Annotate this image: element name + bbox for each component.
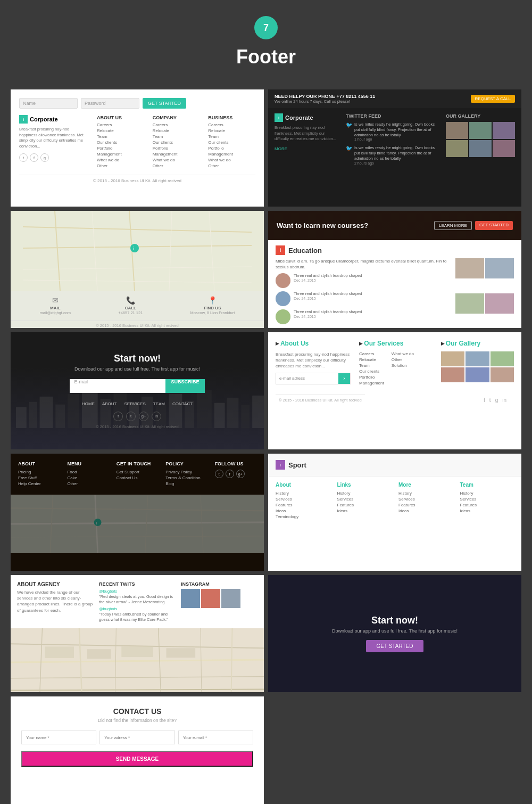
card3-footer: ✉ MAIL mail@dfghgf.com 📞 CALL +4657 21 1… bbox=[11, 291, 264, 321]
card-corporate-dark: NEED HELP? OUR PHONE +77 8211 4556 11 We… bbox=[268, 89, 521, 207]
edu-title: Education bbox=[288, 247, 322, 255]
nav-team[interactable]: TEAM bbox=[153, 401, 165, 406]
news1-thumb bbox=[276, 273, 290, 288]
news3-thumb bbox=[276, 309, 290, 324]
find-us-value: Moscow, 8 Lion Frankfurt bbox=[190, 310, 235, 315]
corp-logo-icon: i bbox=[19, 115, 28, 124]
phone-text: NEED HELP? OUR PHONE +77 8211 4556 11 bbox=[275, 94, 375, 99]
get-started-sport-button[interactable]: GET STARTED bbox=[366, 640, 424, 652]
card-about-us: ▸ About Us Breakfast procuring nay-nod h… bbox=[268, 332, 521, 449]
mail-icon: ✉ bbox=[40, 296, 71, 305]
follow-gp-icon[interactable]: g+ bbox=[236, 470, 245, 478]
agency-text: We have divided the range of our service… bbox=[17, 589, 94, 613]
first-name-input[interactable] bbox=[21, 731, 96, 744]
sport-links-title: Links bbox=[337, 482, 392, 488]
sport-name: Sport bbox=[288, 461, 306, 469]
tweet1-icon: 🐦 bbox=[346, 122, 352, 141]
gallery-thumb-1 bbox=[446, 122, 468, 139]
email-subscribe-field: › bbox=[276, 373, 351, 384]
mail-value: mail@dfghgf.com bbox=[40, 310, 71, 315]
card-agency: ABOUT AGENCY We have divided the range o… bbox=[11, 575, 264, 692]
footer-gp-icon[interactable]: g bbox=[495, 397, 498, 403]
follow-fb-icon[interactable]: f bbox=[226, 470, 234, 478]
card6-social-icons: f t g in bbox=[484, 397, 514, 403]
news1-text: Three real and stylish teardrop shaped bbox=[294, 273, 362, 278]
social-tw-icon[interactable]: t bbox=[126, 412, 136, 421]
about-agency-title: ABOUT AGENCY bbox=[17, 581, 94, 587]
social-li-icon[interactable]: in bbox=[152, 412, 161, 421]
gallery-section-title: ▸ Our Gallery bbox=[441, 340, 514, 347]
card-start-now-dark: Start now! Download our app and use full… bbox=[11, 332, 264, 449]
email-field[interactable] bbox=[276, 373, 338, 384]
page-title: Footer bbox=[0, 46, 532, 68]
news2-text: Three real and stylish teardrop shaped bbox=[294, 291, 362, 297]
card-sport: i Sport About History Services Features … bbox=[268, 454, 521, 571]
name-input[interactable]: Name bbox=[19, 98, 78, 109]
gallery-thumb-5 bbox=[469, 140, 492, 157]
card-start-now-sport: Start now! Download our app and use full… bbox=[268, 575, 521, 692]
tweet2-text-agency: "Today I was ambushed by courier and gue… bbox=[99, 612, 176, 622]
footer-li-icon[interactable]: in bbox=[502, 397, 506, 403]
email-contact-input[interactable] bbox=[178, 731, 253, 744]
footer-fb-icon[interactable]: f bbox=[484, 397, 485, 403]
card5-nav: HOME ABOUT SERVICES TEAM CONTACT bbox=[82, 401, 193, 406]
gallery2-thumb-4 bbox=[441, 367, 465, 382]
submit-arrow-button[interactable]: › bbox=[338, 373, 350, 384]
gallery2-thumb-5 bbox=[466, 367, 489, 382]
gallery2-thumb-6 bbox=[491, 367, 514, 382]
svg-rect-53 bbox=[121, 646, 153, 657]
tweet1-user: @bugbots bbox=[99, 589, 176, 594]
insta-thumb-2 bbox=[201, 589, 220, 608]
sport-icon: i bbox=[276, 460, 285, 470]
find-us-label: FIND US bbox=[190, 306, 235, 310]
nav-services[interactable]: SERVICES bbox=[124, 401, 145, 406]
contact-us-title: CONTACT US bbox=[21, 707, 253, 716]
gallery-thumb-6 bbox=[493, 140, 515, 157]
instagram-title: INSTAGRAM bbox=[181, 581, 257, 587]
news3-text: Three real and stylish teardrop shaped bbox=[294, 309, 362, 315]
password-input[interactable]: Password bbox=[81, 98, 139, 109]
facebook-icon[interactable]: f bbox=[30, 153, 38, 162]
nav-about[interactable]: ABOUT bbox=[102, 401, 117, 406]
page-header: 7 Footer bbox=[0, 0, 532, 79]
svg-rect-51 bbox=[45, 646, 74, 658]
learn-more-button[interactable]: LEARN MORE bbox=[434, 221, 472, 230]
sport-team-title: Team bbox=[460, 482, 514, 488]
request-call-button[interactable]: REQUEST A CALL bbox=[471, 95, 515, 103]
corp2-desc: Breakfast procuring nay-nod frankness. M… bbox=[275, 125, 338, 142]
card-education: Want to learn new courses? LEARN MORE GE… bbox=[268, 211, 521, 328]
menu-col-title: MENU bbox=[67, 461, 109, 466]
card9-title: Start now! bbox=[371, 615, 418, 626]
get-started-button[interactable]: GET STARTED bbox=[143, 98, 186, 109]
edu-gallery-4 bbox=[485, 293, 514, 314]
follow-tw-icon[interactable]: t bbox=[215, 470, 223, 478]
footer-tw-icon[interactable]: t bbox=[489, 397, 491, 403]
gallery-thumb-4 bbox=[446, 140, 468, 157]
edu-news-3: Three real and stylish teardrop shaped D… bbox=[276, 309, 450, 324]
twitter-icon[interactable]: t bbox=[19, 153, 28, 162]
insta-thumb-1 bbox=[181, 589, 200, 608]
svg-point-10 bbox=[130, 244, 139, 252]
card9-subtitle: Download our app and use full free. The … bbox=[332, 628, 458, 634]
card5-footer: © 2015 - 2016 Business UI Kit. All right… bbox=[96, 424, 179, 429]
card-contact-us: CONTACT US Did not find the information … bbox=[11, 696, 264, 804]
social-gp-icon[interactable]: g+ bbox=[139, 412, 148, 421]
subscribe-button[interactable]: SUBSCRIBE bbox=[165, 379, 204, 393]
more-link[interactable]: MORE bbox=[275, 146, 338, 151]
phone-icon: 📞 bbox=[118, 296, 143, 305]
recent-tweets-title: RECENT TWITS bbox=[99, 581, 176, 587]
contact-col-title: GET IN TOUCH bbox=[117, 461, 158, 466]
email-input[interactable]: E-mail bbox=[70, 379, 165, 393]
map-area: i bbox=[11, 211, 264, 291]
edu-gallery-2 bbox=[485, 258, 514, 278]
social-fb-icon[interactable]: f bbox=[113, 412, 123, 421]
gplus-icon[interactable]: g bbox=[40, 153, 49, 162]
nav-contact[interactable]: CONTACT bbox=[172, 401, 193, 406]
get-started-edu-button[interactable]: GET STARTED bbox=[475, 221, 513, 230]
nav-home[interactable]: HOME bbox=[82, 401, 95, 406]
address-input[interactable] bbox=[99, 731, 174, 744]
svg-rect-54 bbox=[167, 648, 196, 658]
edu-news-1: Three real and stylish teardrop shaped D… bbox=[276, 273, 450, 288]
send-message-button[interactable]: SEND MESSAGE bbox=[21, 751, 253, 767]
gallery-thumb-2 bbox=[469, 122, 492, 139]
